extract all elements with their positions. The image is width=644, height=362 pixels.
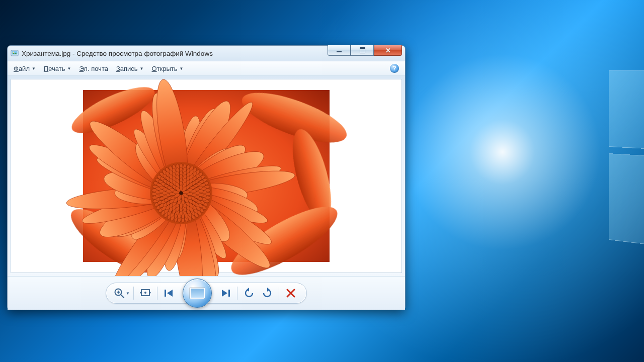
photo-viewer-window: Хризантема.jpg - Средство просмотра фото… (7, 45, 406, 310)
menu-burn[interactable]: Запись▼ (116, 65, 144, 72)
menu-file[interactable]: Файл▼ (14, 65, 36, 72)
menu-print[interactable]: Печать▼ (44, 65, 71, 72)
separator (133, 287, 134, 300)
svg-point-251 (144, 292, 146, 294)
svg-rect-252 (165, 290, 166, 297)
image-stage: (function(){ var ns="http://www.w3.org/2… (11, 79, 402, 273)
zoom-button[interactable]: ▼ (114, 286, 129, 301)
menu-bar: Файл▼ Печать▼ Эл. почта Запись▼ Открыть▼… (8, 61, 405, 76)
window-title: Хризантема.jpg - Средство просмотра фото… (22, 50, 213, 57)
fit-window-icon (139, 289, 151, 298)
chevron-down-icon: ▼ (67, 66, 71, 71)
previous-button[interactable] (162, 286, 177, 301)
svg-point-2 (13, 52, 14, 53)
slideshow-button[interactable] (183, 279, 212, 308)
delete-icon (286, 288, 296, 298)
fit-window-button[interactable] (138, 286, 153, 301)
svg-line-247 (121, 295, 124, 298)
close-icon: ✕ (385, 47, 391, 54)
separator (279, 287, 279, 300)
chevron-down-icon: ▼ (32, 66, 36, 71)
menu-open[interactable]: Открыть▼ (152, 65, 184, 72)
photo-viewer-icon (11, 49, 19, 57)
desktop-background: Хризантема.jpg - Средство просмотра фото… (0, 0, 644, 362)
zoom-in-icon (114, 288, 125, 299)
chevron-down-icon: ▼ (180, 66, 184, 71)
delete-button[interactable] (283, 286, 298, 301)
rotate-cw-button[interactable] (260, 286, 275, 301)
close-button[interactable]: ✕ (374, 45, 402, 56)
menu-email[interactable]: Эл. почта (79, 65, 108, 72)
separator (157, 287, 157, 300)
control-pill: ▼ (106, 283, 307, 304)
photo-chrysanthemum: (function(){ var ns="http://www.w3.org/2… (83, 90, 330, 262)
maximize-icon (360, 47, 365, 53)
rotate-ccw-icon (244, 288, 255, 299)
minimize-button[interactable] (328, 45, 351, 56)
title-bar[interactable]: Хризантема.jpg - Средство просмотра фото… (8, 46, 405, 61)
next-button[interactable] (218, 286, 233, 301)
rotate-ccw-button[interactable] (242, 286, 257, 301)
separator (237, 287, 237, 300)
maximize-button[interactable] (351, 45, 374, 56)
chevron-down-icon: ▼ (140, 66, 144, 71)
window-controls: ✕ (328, 45, 402, 56)
next-icon (220, 288, 231, 298)
svg-rect-253 (228, 290, 230, 297)
chevron-down-icon: ▼ (126, 291, 130, 296)
help-button[interactable]: ? (390, 64, 399, 73)
rotate-cw-icon (262, 288, 273, 299)
control-bar: ▼ (8, 276, 405, 310)
previous-icon (164, 288, 175, 298)
slideshow-icon (190, 288, 205, 299)
help-icon: ? (392, 65, 396, 72)
minimize-icon (337, 51, 342, 52)
